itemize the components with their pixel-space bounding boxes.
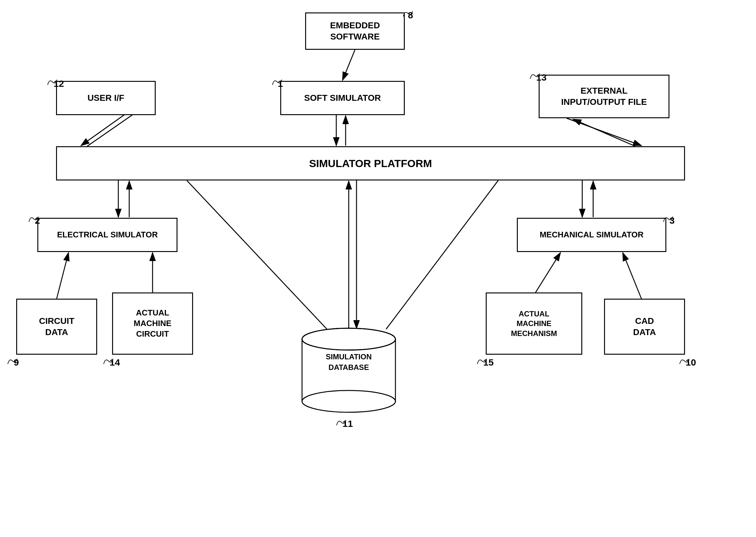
svg-point-25 [303, 329, 395, 350]
user-if-box: USER I/F [56, 81, 156, 115]
embedded-software-box: EMBEDDED SOFTWARE [305, 13, 405, 50]
svg-line-20 [536, 253, 560, 292]
simulator-platform-label: SIMULATOR PLATFORM [309, 156, 432, 170]
embedded-software-label: EMBEDDED SOFTWARE [306, 20, 404, 43]
simulation-database-cylinder: SIMULATIONDATABASE [299, 327, 399, 414]
mechanical-simulator-label: MECHANICAL SIMULATOR [540, 229, 644, 240]
squiggle-11 [335, 418, 347, 427]
squiggle-10 [678, 356, 690, 366]
soft-simulator-box: SOFT SIMULATOR [280, 81, 405, 115]
diagram-container: EMBEDDED SOFTWARE 8 SOFT SIMULATOR 1 USE… [0, 0, 756, 537]
soft-simulator-label: SOFT SIMULATOR [304, 92, 381, 103]
squiggle-8 [402, 9, 414, 18]
svg-line-8 [567, 118, 642, 145]
squiggle-13 [529, 71, 541, 80]
external-io-label: EXTERNALINPUT/OUTPUT FILE [561, 85, 647, 108]
circuit-data-label: CIRCUITDATA [39, 315, 74, 338]
squiggle-15 [476, 356, 488, 366]
actual-machine-mechanism-label: ACTUALMACHINEMECHANISM [511, 309, 557, 338]
actual-machine-circuit-label: ACTUALMACHINECIRCUIT [134, 308, 171, 339]
cad-data-box: CADDATA [604, 299, 685, 355]
user-if-label: USER I/F [87, 92, 124, 103]
cad-data-label: CADDATA [633, 315, 656, 338]
svg-line-3 [342, 50, 355, 80]
squiggle-14 [102, 356, 114, 366]
squiggle-1 [271, 77, 283, 87]
simulator-platform-box: SIMULATOR PLATFORM [56, 146, 685, 181]
circuit-data-box: CIRCUITDATA [16, 299, 97, 355]
electrical-simulator-box: ELECTRICAL SIMULATOR [37, 218, 177, 252]
svg-line-15 [386, 181, 498, 329]
svg-line-21 [623, 253, 642, 299]
actual-machine-mechanism-box: ACTUALMACHINEMECHANISM [486, 292, 582, 355]
actual-machine-circuit-box: ACTUALMACHINECIRCUIT [112, 292, 193, 355]
electrical-simulator-label: ELECTRICAL SIMULATOR [57, 229, 158, 240]
svg-line-9 [573, 119, 635, 146]
squiggle-3 [662, 214, 674, 224]
external-io-box: EXTERNALINPUT/OUTPUT FILE [539, 75, 669, 118]
mechanical-simulator-box: MECHANICAL SIMULATOR [517, 218, 666, 252]
svg-point-24 [302, 391, 395, 412]
svg-line-18 [57, 253, 68, 299]
simulation-database-label: SIMULATIONDATABASE [326, 352, 372, 371]
svg-line-14 [187, 181, 327, 329]
squiggle-12 [46, 77, 59, 87]
squiggle-9 [6, 356, 19, 366]
squiggle-2 [27, 214, 40, 224]
